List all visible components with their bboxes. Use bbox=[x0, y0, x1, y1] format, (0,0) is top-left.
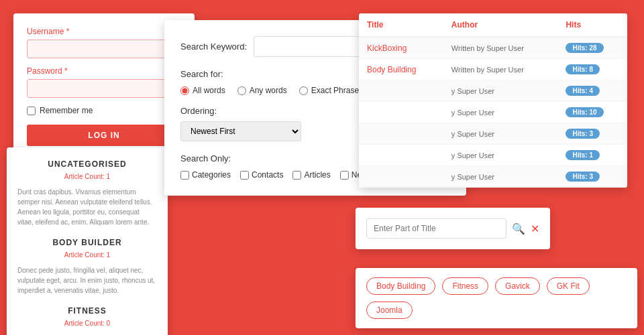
result-title-cell bbox=[359, 166, 443, 188]
hits-badge: Hits: 10 bbox=[566, 107, 603, 117]
result-title-link[interactable]: KickBoxing bbox=[367, 44, 407, 53]
radio-all-words[interactable]: All words bbox=[180, 86, 225, 95]
col-title: Title bbox=[359, 13, 443, 37]
result-author-cell: y Super User bbox=[443, 102, 558, 123]
title-clear-button[interactable]: ✕ bbox=[531, 222, 539, 235]
result-hits-cell: Hits: 3 bbox=[557, 123, 627, 145]
table-row: Body Building Written by Super User Hits… bbox=[359, 59, 627, 80]
body-builder-text: Donec pede justo, fringilla vel, aliquet… bbox=[17, 265, 157, 295]
tag-button[interactable]: Joomla bbox=[366, 302, 413, 319]
ordering-select[interactable]: Newest First Oldest First Most Popular A… bbox=[180, 121, 301, 141]
tags-card: Body BuildingFitnessGavickGK FitJoomla bbox=[356, 268, 637, 328]
result-title-cell bbox=[359, 145, 443, 166]
result-hits-cell: Hits: 1 bbox=[557, 145, 627, 166]
remember-me-label: Remember me bbox=[40, 106, 93, 115]
title-input-card: 🔍 ✕ bbox=[356, 208, 550, 249]
body-builder-title: BODY BUILDER bbox=[17, 237, 157, 249]
hits-badge: Hits: 3 bbox=[566, 129, 600, 139]
uncategorised-text: Dunt cras dapibus. Vivamus elementum sem… bbox=[17, 187, 157, 227]
result-author-cell: y Super User bbox=[443, 166, 558, 188]
radio-any-words[interactable]: Any words bbox=[237, 86, 287, 95]
result-author-cell: Written by Super User bbox=[443, 37, 558, 59]
tag-button[interactable]: Gavick bbox=[495, 277, 540, 295]
result-hits-cell: Hits: 10 bbox=[557, 102, 627, 123]
result-author-cell: y Super User bbox=[443, 123, 558, 145]
table-row: y Super User Hits: 3 bbox=[359, 123, 627, 145]
result-title-link[interactable]: Body Building bbox=[367, 65, 416, 74]
username-label: Username * bbox=[27, 27, 181, 36]
tag-button[interactable]: Fitness bbox=[442, 277, 488, 295]
table-row: y Super User Hits: 4 bbox=[359, 80, 627, 102]
hits-badge: Hits: 4 bbox=[566, 86, 600, 96]
col-author: Author bbox=[443, 13, 558, 37]
title-part-input[interactable] bbox=[366, 218, 506, 239]
hits-badge: Hits: 3 bbox=[566, 172, 600, 182]
result-title-cell: KickBoxing bbox=[359, 37, 443, 59]
result-title-cell bbox=[359, 102, 443, 123]
col-hits: Hits bbox=[557, 13, 627, 37]
password-label: Password * bbox=[27, 66, 181, 76]
tag-button[interactable]: GK Fit bbox=[547, 277, 590, 295]
hits-badge: Hits: 28 bbox=[566, 43, 603, 53]
blog-card: UNCATEGORISED Article Count: 1 Dunt cras… bbox=[7, 147, 168, 335]
uncategorised-count: Article Count: 1 bbox=[17, 172, 157, 182]
table-row: y Super User Hits: 3 bbox=[359, 166, 627, 188]
result-hits-cell: Hits: 28 bbox=[557, 37, 627, 59]
result-hits-cell: Hits: 3 bbox=[557, 166, 627, 188]
result-author-cell: Written by Super User bbox=[443, 59, 558, 80]
result-title-cell: Body Building bbox=[359, 59, 443, 80]
cb-articles[interactable]: Articles bbox=[292, 170, 330, 180]
table-row: y Super User Hits: 10 bbox=[359, 102, 627, 123]
cb-categories[interactable]: Categories bbox=[180, 170, 231, 180]
result-hits-cell: Hits: 8 bbox=[557, 59, 627, 80]
result-author-cell: y Super User bbox=[443, 145, 558, 166]
cb-contacts[interactable]: Contacts bbox=[240, 170, 283, 180]
username-input[interactable] bbox=[27, 40, 181, 58]
table-row: y Super User Hits: 1 bbox=[359, 145, 627, 166]
hits-badge: Hits: 8 bbox=[566, 64, 600, 74]
remember-me-row: Remember me bbox=[27, 106, 181, 115]
search-keyword-label: Search Keyword: bbox=[180, 42, 247, 52]
table-row: KickBoxing Written by Super User Hits: 2… bbox=[359, 37, 627, 59]
body-builder-count: Article Count: 1 bbox=[17, 250, 157, 260]
title-search-button[interactable]: 🔍 bbox=[512, 222, 525, 235]
fitness-count: Article Count: 0 bbox=[17, 318, 157, 328]
results-card: Title Author Hits KickBoxing Written by … bbox=[359, 13, 627, 188]
fitness-title: FITNESS bbox=[17, 305, 157, 317]
login-button[interactable]: LOG IN bbox=[27, 125, 181, 146]
tag-button[interactable]: Body Building bbox=[366, 277, 435, 295]
result-title-cell bbox=[359, 80, 443, 102]
password-input[interactable] bbox=[27, 79, 181, 98]
result-title-cell bbox=[359, 123, 443, 145]
hits-badge: Hits: 1 bbox=[566, 150, 600, 160]
remember-me-checkbox[interactable] bbox=[27, 107, 36, 115]
uncategorised-title: UNCATEGORISED bbox=[17, 158, 157, 170]
result-author-cell: y Super User bbox=[443, 80, 558, 102]
result-hits-cell: Hits: 4 bbox=[557, 80, 627, 102]
results-table: Title Author Hits KickBoxing Written by … bbox=[359, 13, 627, 188]
radio-exact-phrase[interactable]: Exact Phrase bbox=[299, 86, 359, 95]
